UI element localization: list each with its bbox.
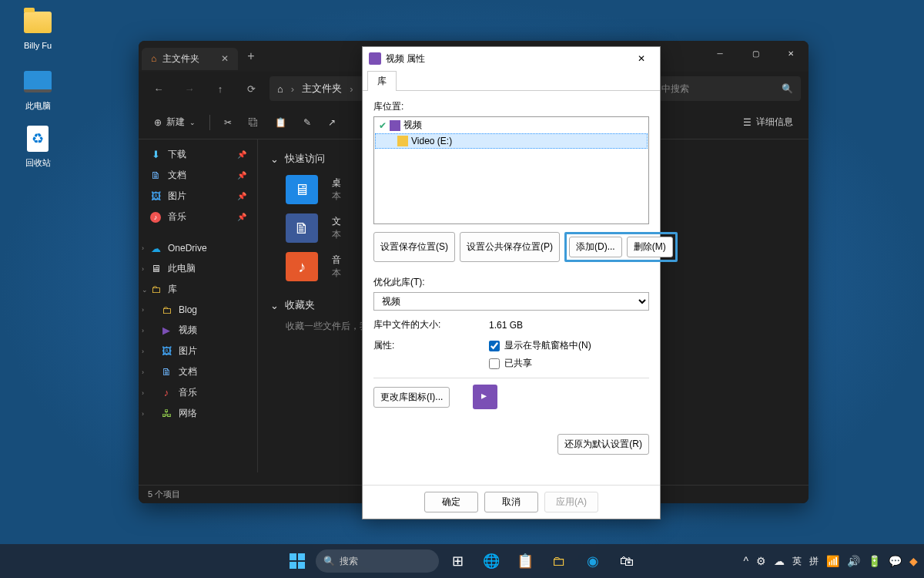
minimize-button[interactable]: ─ <box>702 41 738 66</box>
refresh-button[interactable]: ⟳ <box>239 76 263 101</box>
ime-indicator-2[interactable]: 拼 <box>809 555 819 568</box>
item-title: 文 <box>332 215 341 228</box>
tray-icon[interactable]: ⚙ <box>756 555 766 567</box>
chevron-right-icon: › <box>142 244 144 252</box>
svg-rect-2 <box>290 562 296 569</box>
new-tab-button[interactable]: + <box>238 49 263 63</box>
forward-button[interactable]: → <box>177 76 202 101</box>
sidebar-item-documents[interactable]: 🗎 文档 📌 <box>139 165 257 186</box>
sidebar-item-network[interactable]: ›🖧网络 <box>139 403 257 424</box>
battery-icon[interactable]: 🔋 <box>868 555 881 567</box>
library-icon: 🗀 <box>149 284 162 296</box>
sidebar-item-label: 音乐 <box>179 386 197 399</box>
taskview-button[interactable]: ⊞ <box>442 546 473 576</box>
pinned-app-store[interactable]: 🛍 <box>611 546 642 576</box>
copilot-icon[interactable]: ◆ <box>909 555 918 567</box>
paste-button[interactable]: 📋 <box>269 114 293 131</box>
show-in-nav-checkbox[interactable]: 显示在导航窗格中(N) <box>489 339 591 352</box>
set-save-location-button[interactable]: 设置保存位置(S) <box>373 232 455 262</box>
chevron-right-icon: › <box>291 83 294 95</box>
change-icon-button[interactable]: 更改库图标(I)... <box>373 387 450 408</box>
dialog-titlebar[interactable]: 视频 属性 ✕ <box>363 47 660 70</box>
remove-location-button[interactable]: 删除(M) <box>627 237 673 257</box>
sidebar-item-pictures-lib[interactable]: ›🖼图片 <box>139 341 257 361</box>
tab-library[interactable]: 库 <box>367 71 397 91</box>
chevron-down-icon: ⌄ <box>270 153 279 165</box>
pinned-app-edge[interactable]: ◉ <box>578 546 608 576</box>
notifications-icon[interactable]: 💬 <box>889 555 902 567</box>
location-label: 视频 <box>403 119 422 132</box>
cancel-button[interactable]: 取消 <box>484 492 538 512</box>
sidebar-item-music-lib[interactable]: ›♪音乐 <box>139 382 257 403</box>
set-public-save-location-button[interactable]: 设置公共保存位置(P) <box>460 232 560 262</box>
system-tray: ^ ⚙ ☁ 英 拼 📶 🔊 🔋 💬 ◆ <box>743 555 918 568</box>
folder-icon: 🗀 <box>160 304 172 316</box>
close-button[interactable]: ✕ <box>773 41 808 66</box>
list-icon: ☰ <box>743 117 752 128</box>
restore-defaults-button[interactable]: 还原为默认设置(R) <box>557 434 649 455</box>
onedrive-tray-icon[interactable]: ☁ <box>774 555 785 567</box>
new-button[interactable]: ⊕ 新建 ⌄ <box>148 113 202 132</box>
pinned-app-1[interactable]: 🌐 <box>476 546 507 576</box>
ime-indicator-1[interactable]: 英 <box>792 555 802 568</box>
copy-button[interactable]: ⿻ <box>243 114 264 131</box>
breadcrumb-segment[interactable]: 主文件夹 <box>302 82 342 96</box>
location-row-drive[interactable]: Video (E:) <box>375 133 648 149</box>
shared-checkbox[interactable]: 已共享 <box>489 357 591 370</box>
pc-icon: 🖥 <box>149 263 162 275</box>
copy-icon: ⿻ <box>249 117 258 128</box>
share-icon: ↗ <box>328 117 336 128</box>
sidebar-item-pictures[interactable]: 🖼 图片 📌 <box>139 186 257 207</box>
cloud-icon: ☁ <box>149 242 162 254</box>
sidebar-item-thispc[interactable]: › 🖥 此电脑 <box>139 258 257 279</box>
sidebar-item-onedrive[interactable]: › ☁ OneDrive <box>139 238 257 258</box>
chevron-right-icon: › <box>142 389 144 397</box>
apply-button[interactable]: 应用(A) <box>544 492 598 512</box>
details-view-button[interactable]: ☰ 详细信息 <box>737 113 799 132</box>
group-title: 收藏夹 <box>285 298 315 312</box>
optimize-select[interactable]: 视频 <box>373 292 649 311</box>
ok-button[interactable]: 确定 <box>424 492 478 512</box>
library-locations-list[interactable]: ✔ 视频 Video (E:) <box>373 116 649 224</box>
sidebar-item-video[interactable]: ›▶视频 <box>139 320 257 341</box>
taskbar-search[interactable]: 🔍 搜索 <box>316 549 439 573</box>
picture-icon: 🖼 <box>149 190 162 203</box>
start-button[interactable] <box>282 546 313 576</box>
location-row-video[interactable]: ✔ 视频 <box>374 117 648 133</box>
video-icon <box>390 120 400 131</box>
maximize-button[interactable]: ▢ <box>738 41 773 66</box>
checkbox-input[interactable] <box>489 341 500 351</box>
wifi-icon[interactable]: 📶 <box>826 555 839 567</box>
dialog-close-button[interactable]: ✕ <box>629 47 654 70</box>
sidebar-item-label: 图片 <box>168 190 186 203</box>
sidebar-item-documents-lib[interactable]: ›🗎文档 <box>139 361 257 382</box>
picture-icon: 🖼 <box>160 345 172 358</box>
search-icon: 🔍 <box>782 83 793 94</box>
desktop-icon-recyclebin[interactable]: ♻ 回收站 <box>11 123 65 169</box>
desktop-icon-thispc[interactable]: 此电脑 <box>11 66 65 112</box>
video-library-icon <box>369 52 381 65</box>
pinned-app-explorer[interactable]: 🗀 <box>544 546 574 576</box>
sidebar-item-blog[interactable]: ›🗀Blog <box>139 300 257 320</box>
checkbox-input[interactable] <box>489 358 500 369</box>
cut-button[interactable]: ✂ <box>218 114 238 131</box>
tab-close-icon[interactable]: ✕ <box>221 53 229 64</box>
add-location-button[interactable]: 添加(D)... <box>569 237 622 257</box>
volume-icon[interactable]: 🔊 <box>847 555 860 567</box>
sidebar-item-label: 图片 <box>179 344 197 358</box>
rename-button[interactable]: ✎ <box>297 114 317 131</box>
up-button[interactable]: ↑ <box>208 76 233 101</box>
share-button[interactable]: ↗ <box>322 114 342 131</box>
back-button[interactable]: ← <box>146 76 171 101</box>
rename-icon: ✎ <box>303 117 311 128</box>
pinned-app-2[interactable]: 📋 <box>510 546 541 576</box>
sidebar-item-libraries[interactable]: ⌄ 🗀 库 <box>139 279 257 300</box>
chevron-up-icon[interactable]: ^ <box>743 555 748 567</box>
sidebar-item-downloads[interactable]: ⬇ 下载 📌 <box>139 144 257 165</box>
sidebar-item-music[interactable]: ♪ 音乐 📌 <box>139 207 257 227</box>
svg-rect-3 <box>298 562 305 569</box>
explorer-tab[interactable]: ⌂ 主文件夹 ✕ <box>142 48 238 70</box>
chevron-right-icon: › <box>142 410 144 418</box>
desktop-icon-folder[interactable]: Billy Fu <box>11 7 65 50</box>
folder-icon <box>397 136 408 146</box>
